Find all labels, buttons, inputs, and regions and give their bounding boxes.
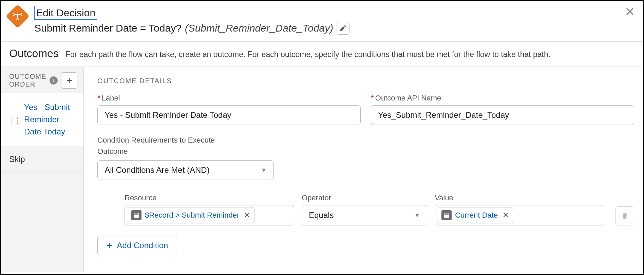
- condition-requirements-label: Condition Requirements to Execute Outcom…: [97, 134, 240, 157]
- add-condition-button[interactable]: + Add Condition: [97, 236, 177, 255]
- outcomes-header: Outcomes For each path the flow can take…: [1, 42, 643, 67]
- value-column-label: Value: [435, 194, 604, 202]
- api-name-input[interactable]: [371, 105, 634, 125]
- outcome-default-skip[interactable]: Skip: [1, 146, 83, 172]
- decision-icon: [6, 4, 30, 29]
- info-icon[interactable]: i: [50, 76, 58, 85]
- decision-label: Submit Reminder Date = Today?: [34, 22, 182, 34]
- condition-row: Resource $Record > Submit Reminder ✕ Ope…: [125, 194, 634, 225]
- plus-icon: +: [107, 240, 112, 251]
- chevron-down-icon: ▼: [261, 167, 267, 174]
- resource-input[interactable]: $Record > Submit Reminder ✕: [125, 205, 294, 225]
- resource-pill[interactable]: $Record > Submit Reminder ✕: [127, 207, 254, 223]
- add-condition-label: Add Condition: [117, 241, 168, 250]
- modal-title: Edit Decision: [34, 6, 97, 20]
- value-clear-icon[interactable]: ✕: [503, 211, 509, 220]
- outcome-order-sidebar: OUTCOME ORDER i + ⋮⋮⋮⋮ Yes - Submit Remi…: [1, 67, 84, 272]
- chevron-down-icon: ▼: [414, 212, 420, 219]
- condition-requirements-value: All Conditions Are Met (AND): [105, 165, 209, 175]
- edit-decision-modal: Edit Decision Submit Reminder Date = Tod…: [0, 0, 644, 275]
- outcome-item-label: Yes - Submit Reminder Date Today: [24, 101, 77, 138]
- decision-api-name: (Submit_Reminder_Date_Today): [185, 22, 333, 34]
- date-icon: [441, 210, 452, 220]
- outcome-item-yes[interactable]: ⋮⋮⋮⋮ Yes - Submit Reminder Date Today: [1, 93, 83, 146]
- resource-clear-icon[interactable]: ✕: [244, 211, 250, 220]
- trash-icon: [621, 212, 629, 220]
- close-button[interactable]: ✕: [625, 6, 635, 18]
- api-name-field-label: Outcome API Name: [375, 94, 441, 102]
- drag-handle-icon[interactable]: ⋮⋮⋮⋮: [8, 117, 20, 122]
- modal-header: Edit Decision Submit Reminder Date = Tod…: [1, 1, 643, 42]
- resource-column-label: Resource: [125, 194, 294, 202]
- label-field-label: Label: [102, 94, 120, 102]
- label-input[interactable]: [97, 105, 361, 125]
- outcomes-description: For each path the flow can take, create …: [65, 50, 550, 59]
- close-icon: ✕: [625, 5, 635, 19]
- add-outcome-button[interactable]: +: [61, 72, 77, 89]
- delete-condition-button[interactable]: [615, 206, 634, 225]
- edit-label-button[interactable]: [337, 22, 349, 35]
- operator-value: Equals: [309, 210, 334, 220]
- resource-pill-text: $Record > Submit Reminder: [145, 211, 239, 220]
- operator-column-label: Operator: [302, 194, 427, 202]
- outcome-details-heading: OUTCOME DETAILS: [97, 77, 634, 85]
- value-input[interactable]: Current Date ✕: [435, 205, 604, 225]
- pencil-icon: [340, 25, 346, 32]
- value-pill-text: Current Date: [455, 211, 498, 220]
- outcome-order-label: OUTCOME ORDER: [9, 73, 46, 88]
- outcomes-title: Outcomes: [9, 47, 59, 60]
- operator-select[interactable]: Equals ▼: [302, 205, 427, 225]
- condition-requirements-select[interactable]: All Conditions Are Met (AND) ▼: [97, 160, 274, 180]
- date-icon: [131, 210, 141, 220]
- plus-icon: +: [66, 75, 72, 86]
- outcome-details-panel: OUTCOME DETAILS *Label *Outcome API Name…: [84, 67, 644, 272]
- value-pill[interactable]: Current Date ✕: [437, 207, 513, 223]
